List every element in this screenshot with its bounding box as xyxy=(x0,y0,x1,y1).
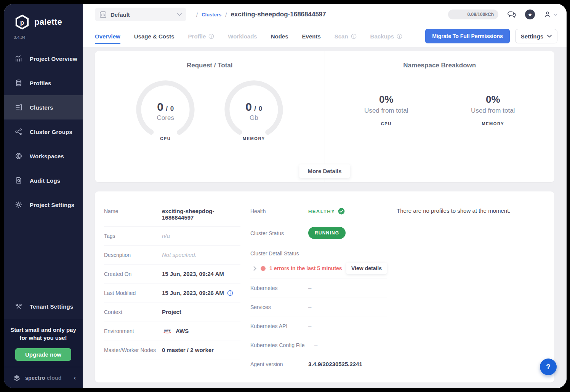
info-icon[interactable] xyxy=(227,290,233,296)
chat-icon[interactable] xyxy=(507,10,517,19)
sidebar-footer: spectro cloud ‹ xyxy=(4,367,83,388)
status-row-cluster-status: Cluster Status RUNNING xyxy=(250,221,387,245)
settings-button-label: Settings xyxy=(521,33,543,40)
profiles-empty-message: There are no profiles to show at the mom… xyxy=(397,202,545,214)
memory-unit: Gb xyxy=(222,114,286,122)
namespace-cpu-stat: 0% Used from total CPU xyxy=(356,94,417,126)
cpu-used-percent: 0% xyxy=(356,94,417,105)
screen: p palette 3.4.34 Project Overview xyxy=(0,0,570,392)
sidebar: p palette 3.4.34 Project Overview xyxy=(4,4,83,388)
cpu-used-caption: Used from total xyxy=(356,107,417,115)
last-modified-value: 15 Jun, 2023, 09:26 AM xyxy=(162,290,224,296)
memory-metric-label: MEMORY xyxy=(463,121,524,126)
help-button[interactable]: ? xyxy=(540,359,557,375)
user-menu[interactable] xyxy=(543,10,557,19)
environment-value-wrap: aws AWS xyxy=(162,328,240,334)
sidebar-item-project-settings[interactable]: Project Settings xyxy=(4,193,83,217)
sidebar-item-label: Project Overview xyxy=(30,56,77,62)
tab-label: Profile xyxy=(188,33,206,40)
cluster-info-column: Name exciting-sheepdog-1686844597 Tags n… xyxy=(104,202,240,375)
namespace-memory-stat: 0% Used from total MEMORY xyxy=(463,94,524,126)
tab-events[interactable]: Events xyxy=(302,26,321,46)
info-row-context: Context Project xyxy=(104,303,240,322)
sidebar-item-workspaces[interactable]: Workspaces xyxy=(4,144,83,168)
more-details-button[interactable]: More Details xyxy=(299,164,350,178)
gear-icon xyxy=(14,201,23,209)
view-details-button[interactable]: View details xyxy=(346,263,387,274)
user-icon xyxy=(543,10,551,19)
tab-label: Workloads xyxy=(228,33,257,40)
sidebar-item-project-overview[interactable]: Project Overview xyxy=(4,46,83,71)
kubernetes-value: – xyxy=(308,285,387,291)
row-label: Created On xyxy=(104,271,162,277)
sidebar-item-label: Project Settings xyxy=(30,202,74,208)
sidebar-item-tenant-settings[interactable]: Tenant Settings xyxy=(4,295,83,319)
cpu-gauge-value: 0 / 0 Cores xyxy=(133,100,197,122)
row-label: Kubernetes API xyxy=(250,323,308,329)
check-circle-icon xyxy=(338,208,345,215)
row-label: Description xyxy=(104,252,162,258)
cpu-metric-label: CPU xyxy=(133,136,197,141)
topbar: Default / Clusters / exciting-sheepdog-1… xyxy=(83,4,567,25)
row-label: Last Modified xyxy=(104,290,162,296)
sidebar-item-clusters[interactable]: Clusters xyxy=(4,95,83,120)
memory-used-percent: 0% xyxy=(463,94,524,105)
content: Request / Total 0 / 0 Cores xyxy=(83,47,567,388)
cpu-request-value: 0 xyxy=(157,100,163,113)
sidebar-item-profiles[interactable]: Profiles xyxy=(4,71,83,95)
overview-card: Request / Total 0 / 0 Cores xyxy=(95,51,554,182)
tab-usage-costs[interactable]: Usage & Costs xyxy=(134,26,175,46)
svg-text:aws: aws xyxy=(164,328,171,332)
memory-gauge-value: 0 / 0 Gb xyxy=(222,100,286,122)
settings-button[interactable]: Settings xyxy=(515,29,557,43)
cpu-metric-label: CPU xyxy=(356,121,417,126)
breadcrumb-separator: / xyxy=(225,11,227,18)
memory-gauge: 0 / 0 Gb MEMORY xyxy=(222,79,286,141)
row-label: Environment xyxy=(104,328,162,334)
breadcrumb-clusters-link[interactable]: Clusters xyxy=(202,12,221,18)
profiles-column: There are no profiles to show at the mom… xyxy=(387,202,545,375)
app-name: palette xyxy=(34,17,62,27)
collapse-sidebar-icon[interactable]: ‹ xyxy=(74,374,76,381)
promo-line-2: for what you use! xyxy=(9,334,77,342)
info-row-created-on: Created On 15 Jun, 2023, 09:24 AM xyxy=(104,265,240,284)
kubernetes-config-value: – xyxy=(314,342,387,348)
status-row-services: Services – xyxy=(250,298,387,317)
namespace-breakdown-title: Namespace Breakdown xyxy=(325,62,555,69)
upgrade-now-button[interactable]: Upgrade now xyxy=(15,348,71,361)
sidebar-item-cluster-groups[interactable]: Cluster Groups xyxy=(4,120,83,144)
status-row-kubernetes-api: Kubernetes API – xyxy=(250,317,387,336)
row-label: Agent version xyxy=(250,361,308,367)
health-status-text: HEALTHY xyxy=(308,209,335,214)
chevron-right-icon[interactable] xyxy=(253,266,257,271)
memory-request-value: 0 xyxy=(245,100,252,113)
sidebar-item-label: Cluster Groups xyxy=(30,129,72,135)
palette-logo-icon: p xyxy=(14,14,30,30)
row-label: Cluster Detail Status xyxy=(250,250,387,257)
project-selector[interactable]: Default xyxy=(95,8,186,21)
tabbar: Overview Usage & Costs Profile Workloads… xyxy=(83,25,567,47)
app-window: p palette 3.4.34 Project Overview xyxy=(4,4,567,388)
cpu-gauge: 0 / 0 Cores CPU xyxy=(133,79,197,141)
sidebar-item-audit-logs[interactable]: Audit Logs xyxy=(4,168,83,193)
tab-label: Events xyxy=(302,33,321,40)
migrate-permissions-button[interactable]: Migrate To Full Permissions xyxy=(425,29,510,43)
tab-label: Nodes xyxy=(271,33,288,40)
status-row-health: Health HEALTHY xyxy=(250,202,387,221)
promo-message: Start small and only pay for what you us… xyxy=(9,326,77,343)
tab-overview[interactable]: Overview xyxy=(95,26,120,46)
tab-label: Scan xyxy=(335,33,348,40)
tabs: Overview Usage & Costs Profile Workloads… xyxy=(95,26,425,46)
services-value: – xyxy=(308,304,387,310)
request-total-panel: Request / Total 0 / 0 Cores xyxy=(95,51,325,182)
breadcrumb-separator: / xyxy=(196,11,198,18)
project-chart-icon xyxy=(99,11,107,18)
spectro-cloud-logo-icon xyxy=(12,373,21,382)
star-avatar-icon[interactable]: ★ xyxy=(525,10,535,19)
description-value: Not specified. xyxy=(162,252,240,258)
tab-nodes[interactable]: Nodes xyxy=(271,26,288,46)
namespace-stats-row: 0% Used from total CPU 0% Used from tota… xyxy=(325,94,555,126)
sidebar-item-label: Profiles xyxy=(30,80,51,86)
error-message: 1 errors in the last 5 minutes xyxy=(269,265,343,271)
tab-scan: Scan xyxy=(335,26,357,46)
